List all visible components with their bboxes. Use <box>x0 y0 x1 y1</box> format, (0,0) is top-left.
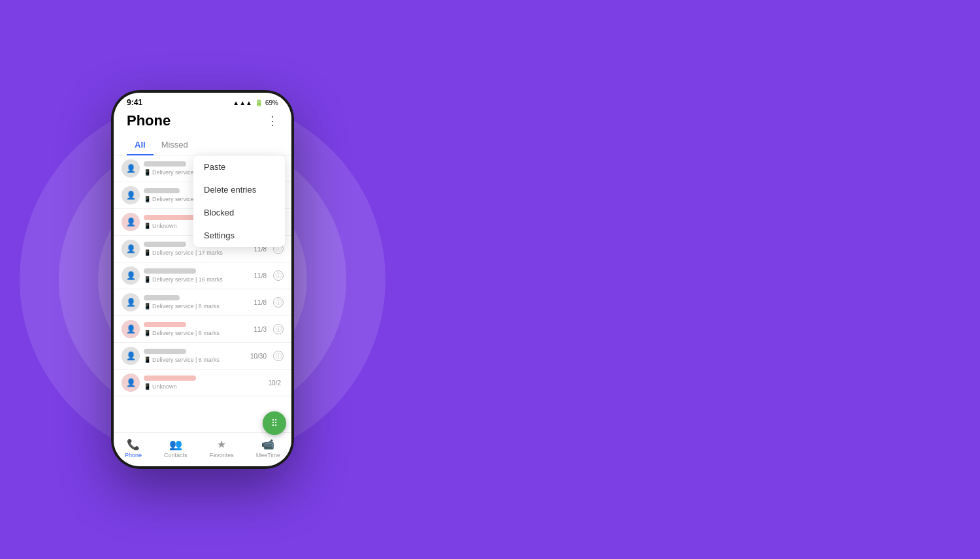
call-entry[interactable]: 👤 📱 Delivery service | 16 marks 11/8 ⓘ <box>114 263 291 289</box>
tab-missed[interactable]: Missed <box>154 135 196 155</box>
tab-all[interactable]: All <box>127 135 154 155</box>
battery-icon: 🔋 <box>255 99 263 106</box>
sub-text: Delivery service | 6 marks <box>152 330 220 336</box>
call-name-bar <box>144 161 186 167</box>
sub-icon: 📱 <box>144 223 151 229</box>
battery-percent: 69% <box>265 99 278 106</box>
call-name-bar <box>144 268 196 274</box>
call-entry[interactable]: 👤 📱 Delivery service | 6 marks 10/30 ⓘ <box>114 343 291 370</box>
call-name-bar <box>144 295 180 300</box>
sub-icon: 📱 <box>144 276 151 283</box>
person-icon: 👤 <box>126 164 136 173</box>
call-date: 10/30 <box>250 353 267 360</box>
menu-settings[interactable]: Settings <box>193 224 285 247</box>
call-name-bar <box>144 215 196 220</box>
dial-pad-fab[interactable]: ⠿ <box>263 411 286 435</box>
sub-icon: 📱 <box>144 383 151 390</box>
sub-text: Unknown <box>152 383 177 390</box>
avatar: 👤 <box>122 293 140 311</box>
status-bar: 9:41 ▲▲▲ 🔋 69% <box>114 93 291 110</box>
menu-paste[interactable]: Paste <box>193 155 285 178</box>
phone-frame: 9:41 ▲▲▲ 🔋 69% Phone ⋮ All Missed Paste <box>111 90 294 469</box>
phone-app-title: Phone <box>127 112 171 129</box>
call-entry[interactable]: 👤 📱 Delivery service | 6 marks 11/3 ⓘ <box>114 316 291 343</box>
call-name-bar <box>144 349 186 354</box>
call-entry[interactable]: 👤 📱 Unknown 10/2 <box>114 370 291 396</box>
call-subtitle: 📱 Delivery service | 17 marks <box>144 249 250 256</box>
signal-icon: ▲▲▲ <box>233 99 252 106</box>
sub-icon: 📱 <box>144 357 151 363</box>
favorites-nav-icon: ★ <box>217 438 226 451</box>
call-subtitle: 📱 Delivery service | 6 marks <box>144 357 246 363</box>
meetime-nav-icon: 📹 <box>261 438 274 451</box>
bottom-nav: 📞 Phone 👥 Contacts ★ Favorites 📹 MeeTime <box>114 432 291 466</box>
call-date: 11/8 <box>254 299 267 306</box>
phone-screen: 9:41 ▲▲▲ 🔋 69% Phone ⋮ All Missed Paste <box>114 93 291 466</box>
person-icon: 👤 <box>126 325 136 334</box>
sub-text: Delivery service | 16 marks <box>152 276 223 283</box>
avatar: 👤 <box>122 240 140 258</box>
more-options-button[interactable]: ⋮ <box>267 114 278 128</box>
info-button[interactable]: ⓘ <box>273 351 284 361</box>
sub-icon: 📱 <box>144 249 151 256</box>
sub-icon: 📱 <box>144 196 151 202</box>
status-icons: ▲▲▲ 🔋 69% <box>233 99 278 106</box>
nav-phone[interactable]: 📞 Phone <box>125 438 142 458</box>
dialpad-icon: ⠿ <box>271 418 278 428</box>
call-name-bar <box>144 188 180 193</box>
avatar: 👤 <box>122 374 140 392</box>
nav-meetime[interactable]: 📹 MeeTime <box>256 438 280 458</box>
call-name-bar <box>144 322 186 327</box>
call-subtitle: 📱 Unknown <box>144 383 265 390</box>
call-subtitle: 📱 Delivery service | 6 marks <box>144 330 250 336</box>
info-button[interactable]: ⓘ <box>273 270 284 281</box>
sub-text: Delivery service | 8 marks <box>152 303 220 310</box>
phone-topbar: Phone ⋮ <box>114 110 291 135</box>
sub-icon: 📱 <box>144 303 151 310</box>
menu-blocked[interactable]: Blocked <box>193 201 285 224</box>
avatar: 👤 <box>122 213 140 231</box>
call-name-bar <box>144 375 196 381</box>
call-info: 📱 Delivery service | 8 marks <box>144 295 250 310</box>
call-info: 📱 Delivery service | 6 marks <box>144 349 246 363</box>
call-info: 📱 Delivery service | 6 marks <box>144 322 250 336</box>
call-date: 11/3 <box>254 326 267 333</box>
call-info: 📱 Delivery service | 16 marks <box>144 268 250 283</box>
person-icon: 👤 <box>126 244 136 253</box>
sub-icon: 📱 <box>144 169 151 176</box>
avatar: 👤 <box>122 186 140 204</box>
call-date: 11/8 <box>254 272 267 280</box>
person-icon: 👤 <box>126 217 136 227</box>
call-subtitle: 📱 Delivery service | 16 marks <box>144 276 250 283</box>
sub-text: Delivery service | 17 marks <box>152 249 223 256</box>
sub-text: Unknown <box>152 223 177 229</box>
call-name-bar <box>144 242 186 247</box>
info-button[interactable]: ⓘ <box>273 297 284 308</box>
avatar: 👤 <box>122 320 140 338</box>
sub-icon: 📱 <box>144 330 151 336</box>
nav-favorites-label: Favorites <box>210 452 234 458</box>
avatar: 👤 <box>122 266 140 285</box>
nav-contacts-label: Contacts <box>164 452 188 458</box>
phone-nav-icon: 📞 <box>127 438 140 451</box>
nav-meetime-label: MeeTime <box>256 452 280 458</box>
person-icon: 👤 <box>126 298 136 307</box>
avatar: 👤 <box>122 347 140 365</box>
menu-delete-entries[interactable]: Delete entries <box>193 178 285 201</box>
person-icon: 👤 <box>126 351 136 360</box>
sub-text: Delivery service | 6 marks <box>152 357 220 363</box>
nav-phone-label: Phone <box>125 452 142 458</box>
person-icon: 👤 <box>126 191 136 200</box>
call-info: 📱 Unknown <box>144 375 265 390</box>
avatar: 👤 <box>122 159 140 178</box>
call-subtitle: 📱 Delivery service | 8 marks <box>144 303 250 310</box>
person-icon: 👤 <box>126 271 136 280</box>
nav-contacts[interactable]: 👥 Contacts <box>164 438 188 458</box>
call-entry[interactable]: 👤 📱 Delivery service | 8 marks 11/8 ⓘ <box>114 289 291 316</box>
dropdown-menu: Paste Delete entries Blocked Settings <box>193 155 285 247</box>
nav-favorites[interactable]: ★ Favorites <box>210 438 234 458</box>
left-section: 9:41 ▲▲▲ 🔋 69% Phone ⋮ All Missed Paste <box>0 0 405 559</box>
status-time: 9:41 <box>127 98 142 107</box>
person-icon: 👤 <box>126 378 136 387</box>
info-button[interactable]: ⓘ <box>273 324 284 334</box>
